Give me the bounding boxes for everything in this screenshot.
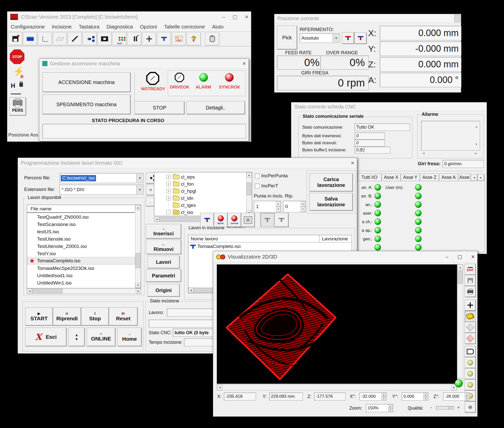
close-icon[interactable]: × — [242, 60, 246, 67]
menu-tastatura[interactable]: Tastatura — [79, 24, 99, 30]
scroll-up-icon[interactable]: ▲ — [475, 125, 478, 128]
file-item[interactable]: TestY.iso — [37, 251, 56, 256]
tree-item[interactable]: cl_hpgl — [181, 188, 196, 194]
quality-minus[interactable]: - — [430, 405, 432, 410]
incperpunta-checkbox[interactable] — [255, 174, 260, 178]
home-axes-button[interactable]: H — [10, 82, 24, 95]
spegnimento-button[interactable]: SPEGNIMENTO macchina — [42, 95, 131, 114]
chevron-down-icon[interactable]: ▼ — [333, 34, 339, 42]
tree-item[interactable]: cl_iges — [181, 203, 196, 208]
riferimento-combobox[interactable]: Assoluto ▼ — [300, 33, 340, 43]
vscroll-thumb[interactable] — [136, 253, 140, 268]
col-lavorazione[interactable]: Lavorazione — [322, 236, 348, 242]
probe-edit-button[interactable] — [68, 32, 82, 45]
tree-item[interactable]: cl_iso — [181, 210, 193, 215]
tool-preset-button-1[interactable] — [260, 213, 274, 227]
jog-button[interactable]: ▲ — [127, 32, 141, 45]
scroll-down-icon[interactable]: ▼ — [135, 283, 141, 288]
dettagli-button[interactable]: Dettagli.. — [186, 101, 245, 114]
tab-asse-a[interactable]: Asse A — [439, 174, 458, 181]
home-button[interactable]: ⌂ Home — [117, 328, 142, 346]
toolbox-button[interactable] — [23, 32, 37, 45]
scroll-left-icon[interactable]: ◄ — [27, 289, 32, 294]
keypad-button[interactable] — [98, 32, 112, 45]
ciscan-titlebar[interactable]: CIScan Versione 2023 [Completo] [C:\inci… — [7, 12, 251, 22]
rot-x-spinner[interactable]: -32.000 ▲▼ — [359, 392, 387, 401]
menu-tabelle-correzione[interactable]: Tabelle correzione — [164, 24, 205, 30]
start-button[interactable]: ▶START — [25, 307, 53, 326]
file-list-vscrollbar[interactable]: ▲ ▼ — [135, 205, 141, 288]
updown-button[interactable]: ▲ ▼ — [69, 328, 85, 346]
estensioni-combobox[interactable]: *.ISO *.DIV ▼ — [59, 185, 144, 195]
spin-up-icon[interactable]: ▲ — [382, 393, 386, 396]
inserisci-button[interactable]: →Inserisci — [146, 224, 181, 239]
scroll-up-icon[interactable]: ▲ — [135, 205, 141, 210]
view-preset-button-3[interactable] — [465, 379, 476, 390]
aux-a-button[interactable]: A — [241, 213, 255, 227]
spin-up-icon[interactable]: ▲ — [301, 201, 305, 207]
scroll-left-icon[interactable]: ◄ — [217, 385, 223, 390]
zoom-in-button[interactable]: ⊕ — [465, 402, 476, 413]
view-preset-button-2[interactable] — [465, 368, 476, 379]
mouse-settings-button[interactable] — [205, 32, 219, 45]
scroll-up-icon[interactable]: ▲ — [246, 173, 252, 178]
tree-expand-icon[interactable]: + — [166, 196, 171, 200]
spin-down-icon[interactable]: ▼ — [465, 396, 469, 400]
hscroll-thumb[interactable] — [32, 289, 63, 293]
viewer-hscrollbar[interactable]: ◄ ► — [217, 384, 457, 390]
file-item[interactable]: TestUtensile_Z0001.iso — [37, 244, 87, 249]
col-nome-lavoro[interactable]: Nome lavoro — [191, 236, 218, 242]
maximize-icon[interactable]: ▢ — [233, 14, 237, 20]
percorsi-combobox[interactable]: C:\inciwin\cl_iso ▼ — [59, 173, 144, 183]
tool-red-button[interactable] — [342, 32, 354, 44]
quality-plus[interactable]: + — [457, 405, 460, 410]
file-item[interactable]: UntitledWin1.iso — [37, 280, 72, 286]
menu-diagnostica[interactable]: Diagnostica — [107, 24, 133, 30]
view-mode-button[interactable] — [465, 346, 476, 357]
axes-button[interactable] — [38, 32, 52, 45]
accensione-button[interactable]: ACCENSIONE macchina — [42, 72, 131, 92]
maximize-icon[interactable]: ▢ — [457, 254, 462, 260]
tree-expand-icon[interactable]: + — [166, 189, 171, 193]
tab-tutti-io[interactable]: Tutti I/O — [357, 174, 382, 181]
refr-button[interactable]: REFR. — [214, 213, 228, 227]
menu-aiuto[interactable]: Aiuto — [212, 24, 224, 30]
tree-item[interactable]: cl_idn — [181, 195, 194, 201]
stop-button[interactable]: IStop — [81, 307, 109, 326]
esci-button[interactable]: X Esci — [25, 328, 67, 346]
tree-collapse-icon[interactable]: - — [166, 210, 171, 214]
menu-incisione[interactable]: Incisione — [52, 24, 72, 30]
close-icon[interactable]: × — [471, 253, 475, 260]
close-icon[interactable]: × — [351, 159, 354, 166]
file-listbox[interactable]: File name TestQuadrif_ZN0000.iso TestSca… — [27, 205, 141, 288]
allarme-listbox[interactable] — [421, 121, 480, 151]
menu-opzioni[interactable]: Opzioni — [140, 24, 157, 30]
rip-spinner[interactable]: 0 ▲▼ — [283, 201, 306, 212]
help-button[interactable]: ? — [187, 32, 201, 45]
save-config-button[interactable] — [8, 32, 22, 45]
chevron-down-icon[interactable]: ▼ — [136, 174, 143, 183]
scroll-left-icon[interactable]: ◄ — [422, 152, 425, 155]
minimize-icon[interactable]: – — [222, 14, 225, 20]
rimuovi-button[interactable]: ←Rimuovi — [146, 240, 181, 254]
spin-down-icon[interactable]: ▼ — [423, 396, 428, 400]
scroll-right-icon[interactable]: ► — [475, 152, 478, 155]
riprendi-button[interactable]: IIRiprendi — [53, 307, 81, 326]
tree-vscrollbar[interactable]: ▲ ▼ — [246, 172, 252, 216]
spin-up-icon[interactable]: ▲ — [276, 201, 280, 207]
pers-print-button[interactable]: PERS — [9, 97, 26, 116]
vscroll-thumb[interactable] — [247, 183, 251, 195]
move-axes-button[interactable] — [142, 32, 156, 45]
spin-down-icon[interactable]: ▼ — [388, 408, 393, 412]
carica-lavorazione-button[interactable]: Carica lavorazione — [309, 173, 353, 191]
cnc-titlebar[interactable]: Stato corrente scheda CNC — [291, 102, 487, 111]
viewer-vscrollbar[interactable]: ▲ ▼ — [457, 264, 463, 384]
exit-button[interactable]: EXIT — [465, 264, 476, 275]
file-item[interactable]: TestQuadrif_ZN0000.iso — [37, 214, 89, 220]
dot-button[interactable]: . — [146, 197, 154, 206]
menu-configurazione[interactable]: Configurazione — [11, 24, 45, 30]
tab-scroll-left-button[interactable]: ◄ — [471, 174, 478, 181]
wireframe-red-button[interactable] — [465, 333, 476, 344]
viewer-canvas[interactable] — [217, 264, 457, 384]
file-item-selected[interactable]: TomaiaCompleto.iso — [27, 257, 135, 264]
